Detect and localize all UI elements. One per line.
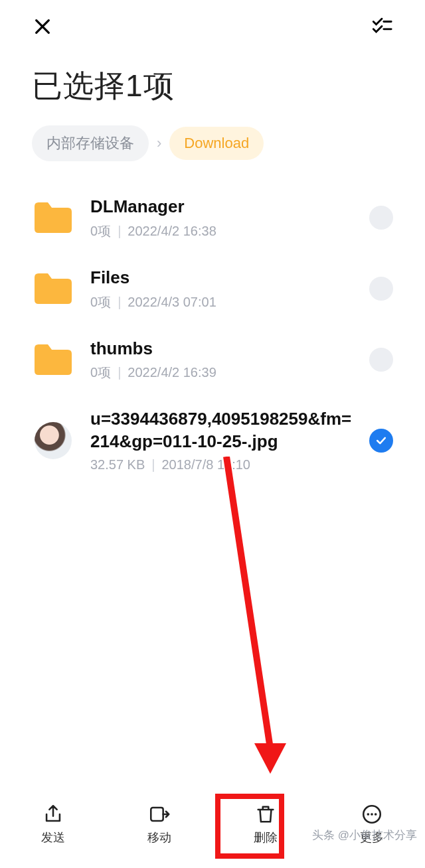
more-icon	[361, 803, 383, 826]
folder-icon	[32, 199, 74, 236]
chevron-right-icon: ›	[157, 135, 161, 152]
send-button[interactable]: 发送	[20, 798, 86, 851]
checkbox[interactable]	[369, 206, 393, 230]
move-icon	[148, 803, 171, 826]
item-name: thumbs	[90, 338, 353, 360]
checkbox[interactable]	[369, 277, 393, 301]
move-button[interactable]: 移动	[126, 798, 193, 851]
bottom-toolbar: 发送 移动 删除 更多	[0, 790, 425, 855]
checkbox[interactable]	[369, 348, 393, 372]
annotation-arrow	[222, 457, 302, 775]
item-meta: 32.57 KB|2018/7/8 11:10	[90, 457, 353, 472]
svg-point-4	[367, 813, 369, 816]
close-button[interactable]	[32, 13, 53, 43]
list-item[interactable]: Files 0项|2022/4/3 07:01	[0, 253, 425, 325]
svg-point-6	[375, 813, 377, 816]
svg-marker-1	[254, 743, 286, 774]
delete-button[interactable]: 删除	[232, 798, 299, 851]
image-thumbnail	[32, 422, 74, 459]
page-title: 已选择1项	[0, 50, 425, 125]
item-meta: 0项|2022/4/2 16:38	[90, 222, 353, 240]
share-icon	[42, 803, 64, 826]
folder-icon	[32, 270, 74, 307]
list-item[interactable]: DLManager 0项|2022/4/2 16:38	[0, 182, 425, 253]
file-list: DLManager 0项|2022/4/2 16:38 Files 0项|202…	[0, 177, 425, 491]
item-name: DLManager	[90, 196, 353, 218]
breadcrumb: 内部存储设备 › Download	[0, 125, 425, 177]
watermark: 头条 @小俊技术分享	[312, 828, 417, 843]
item-meta: 0项|2022/4/3 07:01	[90, 293, 353, 311]
svg-point-5	[371, 813, 373, 816]
trash-icon	[254, 803, 277, 826]
select-all-icon[interactable]	[371, 16, 393, 41]
list-item[interactable]: thumbs 0项|2022/4/2 16:39	[0, 325, 425, 396]
item-name: Files	[90, 267, 353, 289]
svg-rect-2	[151, 808, 163, 821]
item-meta: 0项|2022/4/2 16:39	[90, 364, 353, 382]
breadcrumb-root[interactable]: 内部存储设备	[32, 125, 149, 161]
list-item[interactable]: u=3394436879,4095198259&fm=214&gp=011-10…	[0, 395, 425, 486]
svg-line-0	[226, 457, 270, 749]
item-name: u=3394436879,4095198259&fm=214&gp=011-10…	[90, 408, 353, 453]
breadcrumb-current[interactable]: Download	[169, 127, 264, 160]
folder-icon	[32, 341, 74, 378]
more-button[interactable]: 更多	[339, 798, 405, 851]
checkbox-checked[interactable]	[369, 429, 393, 453]
